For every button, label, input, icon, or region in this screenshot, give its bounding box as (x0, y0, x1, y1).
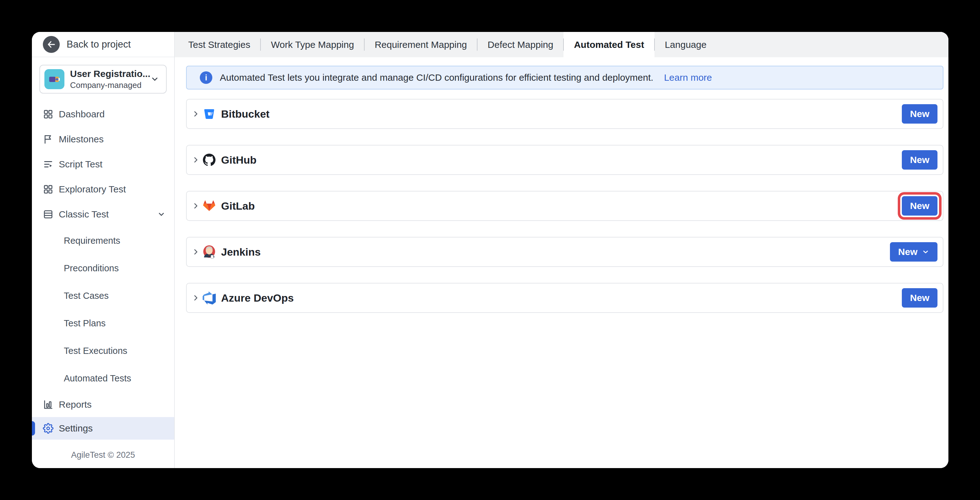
tab-bar: Test Strategies Work Type Mapping Requir… (175, 32, 948, 57)
sidebar-item-test-cases[interactable]: Test Cases (32, 282, 174, 310)
chevron-down-icon (150, 75, 159, 83)
dashboard-icon (43, 109, 54, 120)
sidebar-subitem-label: Preconditions (64, 263, 119, 273)
integration-name: GitLab (221, 200, 255, 212)
sidebar-item-label: Classic Test (59, 209, 109, 220)
sidebar-item-label: Milestones (59, 134, 103, 145)
back-to-project[interactable]: Back to project (32, 32, 174, 57)
sidebar-item-label: Script Test (59, 159, 103, 169)
integration-row-jenkins: Jenkins New (186, 237, 943, 267)
tab-test-strategies[interactable]: Test Strategies (178, 32, 261, 57)
info-banner: i Automated Test lets you integrate and … (186, 66, 943, 89)
active-indicator (32, 421, 35, 436)
tab-automated-test[interactable]: Automated Test (563, 32, 654, 57)
new-button[interactable]: New (902, 150, 937, 169)
sidebar-item-reports[interactable]: Reports (32, 392, 174, 417)
integration-row-azure-devops: Azure DevOps New (186, 283, 943, 313)
sidebar-subitem-label: Automated Tests (64, 373, 131, 383)
grid-icon (43, 184, 54, 195)
app-window: Back to project User Registratio... Comp… (32, 32, 948, 468)
new-dropdown-button[interactable]: New (890, 242, 937, 262)
sidebar-subitem-label: Test Plans (64, 318, 106, 329)
sidebar-item-label: Settings (59, 423, 92, 434)
sidebar-item-script-test[interactable]: Script Test (32, 152, 174, 177)
sidebar-item-classic-test[interactable]: Classic Test (32, 202, 174, 227)
sidebar-item-preconditions[interactable]: Preconditions (32, 254, 174, 282)
app-footer: AgileTest © 2025 (32, 450, 174, 460)
battery-icon (48, 73, 60, 85)
chevron-right-icon[interactable] (192, 202, 200, 210)
sidebar-item-dashboard[interactable]: Dashboard (32, 102, 174, 127)
chevron-right-icon[interactable] (192, 156, 200, 164)
integration-row-github: GitHub New (186, 145, 943, 175)
integration-name: GitHub (221, 154, 256, 166)
back-arrow-icon[interactable] (43, 36, 60, 53)
sidebar-item-requirements[interactable]: Requirements (32, 227, 174, 254)
sidebar-item-label: Dashboard (59, 109, 105, 120)
integration-row-bitbucket: Bitbucket New (186, 99, 943, 129)
banner-text: Automated Test lets you integrate and ma… (220, 72, 653, 83)
sidebar: Back to project User Registratio... Comp… (32, 32, 175, 468)
new-button[interactable]: New (902, 288, 937, 308)
flag-icon (43, 134, 54, 145)
chevron-down-icon (157, 210, 165, 219)
gitlab-logo (202, 199, 216, 213)
integration-list: Bitbucket New GitHub (186, 99, 943, 313)
integration-name: Azure DevOps (221, 292, 294, 304)
chevron-right-icon[interactable] (192, 248, 200, 256)
back-label: Back to project (67, 39, 131, 50)
main-area: Test Strategies Work Type Mapping Requir… (175, 32, 948, 468)
github-logo (202, 153, 216, 167)
integration-name: Jenkins (221, 246, 261, 258)
chevron-right-icon[interactable] (192, 294, 200, 302)
project-selector[interactable]: User Registratio... Company-managed (40, 65, 167, 94)
sidebar-item-label: Reports (59, 399, 92, 410)
sidebar-item-label: Exploratory Test (59, 184, 126, 195)
jenkins-logo (202, 245, 216, 259)
chevron-right-icon[interactable] (192, 110, 200, 118)
sidebar-item-milestones[interactable]: Milestones (32, 127, 174, 152)
tab-content: i Automated Test lets you integrate and … (175, 57, 948, 468)
sidebar-item-test-plans[interactable]: Test Plans (32, 310, 174, 337)
gear-icon (43, 423, 54, 434)
sidebar-subitem-label: Test Cases (64, 291, 108, 301)
sidebar-item-automated-tests[interactable]: Automated Tests (32, 364, 174, 392)
chevron-down-icon (922, 248, 929, 256)
tab-work-type-mapping[interactable]: Work Type Mapping (261, 32, 364, 57)
project-type: Company-managed (70, 80, 150, 90)
bitbucket-logo (202, 107, 216, 121)
sidebar-nav: Dashboard Milestones Script Test (32, 102, 174, 439)
bar-chart-icon (43, 399, 54, 410)
azure-devops-logo (202, 291, 216, 305)
new-button[interactable]: New (902, 104, 937, 124)
tab-defect-mapping[interactable]: Defect Mapping (477, 32, 563, 57)
sidebar-item-test-executions[interactable]: Test Executions (32, 337, 174, 364)
project-avatar (45, 69, 64, 89)
sidebar-item-exploratory-test[interactable]: Exploratory Test (32, 177, 174, 202)
integration-row-gitlab: GitLab New (186, 191, 943, 221)
tab-requirement-mapping[interactable]: Requirement Mapping (364, 32, 477, 57)
sidebar-subitem-label: Test Executions (64, 346, 127, 356)
info-icon: i (200, 71, 212, 84)
sidebar-item-settings[interactable]: Settings (32, 417, 174, 439)
new-button-highlighted[interactable]: New (902, 196, 937, 216)
tab-language[interactable]: Language (654, 32, 717, 57)
table-rows-icon (43, 209, 54, 220)
learn-more-link[interactable]: Learn more (664, 72, 712, 83)
sidebar-subitem-label: Requirements (64, 236, 120, 246)
integration-name: Bitbucket (221, 108, 270, 120)
script-run-icon (43, 159, 54, 169)
project-name: User Registratio... (70, 69, 150, 79)
